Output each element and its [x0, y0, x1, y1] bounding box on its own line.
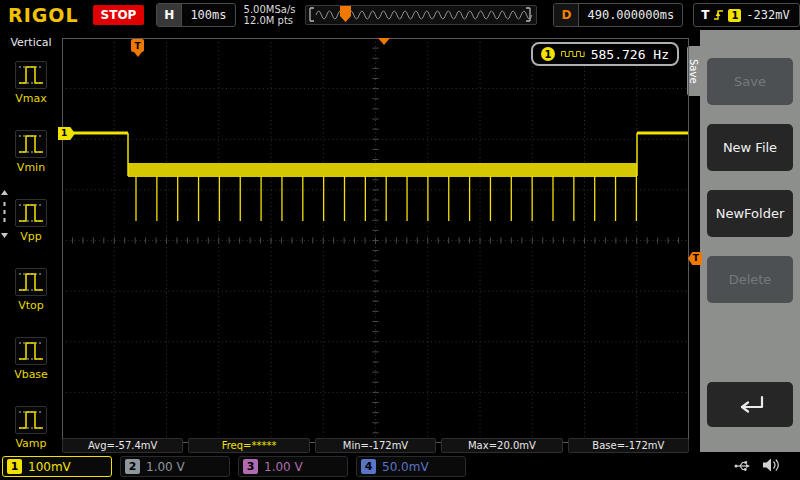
channel-2-badge: 2 — [125, 459, 140, 474]
trigger-source-badge: 1 — [728, 9, 741, 22]
horizontal-timebase-box: H 100ms — [156, 3, 235, 27]
waveform-display: T 1 T 1 585.726 Hz Avg=-57.4mV Freq=****… — [62, 38, 689, 443]
menu-item-label: Vtop — [18, 299, 44, 312]
vbase-icon — [15, 337, 47, 365]
channel-1-status: 1 100mV — [2, 456, 112, 477]
measurement-freq: Freq=***** — [188, 438, 309, 453]
channel-1-waveform — [62, 38, 689, 443]
display-center-marker — [378, 38, 390, 45]
menu-item-label: Vpp — [20, 230, 42, 243]
channel-3-badge: 3 — [243, 459, 258, 474]
trigger-box: T 1 -232mV — [693, 3, 800, 27]
return-arrow-icon — [730, 393, 770, 417]
menu-item-label: Vbase — [14, 368, 48, 381]
save-menu-panel: Save Save New File NewFolder Delete — [700, 30, 800, 452]
menu-item-vtop[interactable]: Vtop — [0, 263, 62, 332]
usb-icon — [733, 457, 751, 475]
measurement-base: Base=-172mV — [568, 438, 689, 453]
channel-1-badge: 1 — [7, 459, 22, 474]
channel-4-status: 4 50.0mV — [356, 456, 466, 477]
trigger-position-marker: T — [131, 39, 144, 52]
memory-depth: 12.0M pts — [244, 15, 296, 26]
channel-4-badge: 4 — [361, 459, 376, 474]
return-button[interactable] — [707, 382, 793, 427]
measurement-avg: Avg=-57.4mV — [62, 438, 183, 453]
vmax-icon — [15, 61, 47, 89]
menu-item-vmax[interactable]: Vmax — [0, 56, 62, 125]
save-button[interactable]: Save — [707, 58, 793, 105]
acquisition-info: 5.00MSa/s 12.0M pts — [244, 4, 296, 26]
new-folder-button[interactable]: NewFolder — [707, 190, 793, 237]
trigger-level-marker: T — [688, 252, 702, 265]
menu-item-vpp[interactable]: Vpp — [0, 194, 62, 263]
menu-item-vmin[interactable]: Vmin — [0, 125, 62, 194]
channel-3-status: 3 1.00 V — [238, 456, 348, 477]
timebase-value: 100ms — [182, 8, 234, 22]
vmin-icon — [15, 130, 47, 158]
delay-value: 490.000000ms — [579, 8, 682, 22]
frequency-counter: 1 585.726 Hz — [531, 42, 679, 66]
channel-1-scale: 100mV — [28, 460, 71, 474]
menu-item-label: Vmin — [17, 161, 45, 174]
channel-3-scale: 1.00 V — [264, 460, 303, 474]
trigger-position-stem — [134, 52, 142, 57]
measurement-results-bar: Avg=-57.4mV Freq=***** Min=-172mV Max=20… — [62, 438, 689, 453]
measurement-min: Min=-172mV — [315, 438, 436, 453]
delay-box: D 490.000000ms — [553, 3, 683, 27]
rising-edge-icon — [713, 8, 725, 22]
vamp-icon — [15, 406, 47, 434]
menu-item-label: Vmax — [15, 92, 47, 105]
sample-rate: 5.00MSa/s — [244, 4, 296, 15]
trigger-level-value: -232mV — [744, 8, 791, 22]
channel-4-scale: 50.0mV — [382, 460, 429, 474]
measurement-max: Max=20.0mV — [441, 438, 562, 453]
vpp-icon — [15, 199, 47, 227]
channel-status-bar: 1 100mV 2 1.00 V 3 1.00 V 4 50.0mV — [0, 452, 800, 480]
menu-scroll-indicator — [1, 190, 8, 238]
oscilloscope-screen: RIGOL STOP H 100ms 5.00MSa/s 12.0M pts D… — [0, 0, 800, 480]
menu-title: Vertical — [0, 30, 62, 56]
delete-button[interactable]: Delete — [707, 256, 793, 303]
memory-position-bar — [305, 5, 537, 25]
trigger-label: T — [701, 8, 709, 22]
new-file-button[interactable]: New File — [707, 124, 793, 171]
channel-2-status: 2 1.00 V — [120, 456, 230, 477]
rigol-logo: RIGOL — [8, 4, 79, 26]
menu-item-label: Vamp — [15, 437, 46, 450]
memory-waveform-preview — [306, 6, 534, 24]
counter-source-badge: 1 — [541, 47, 555, 61]
run-state-badge: STOP — [93, 5, 145, 25]
vertical-measure-menu: Vertical Vmax Vmin Vpp Vtop — [0, 30, 62, 452]
delay-label: D — [554, 4, 579, 26]
speaker-icon — [762, 457, 780, 473]
square-wave-icon — [561, 48, 585, 60]
channel-2-scale: 1.00 V — [146, 460, 185, 474]
menu-item-vbase[interactable]: Vbase — [0, 332, 62, 401]
top-status-bar: RIGOL STOP H 100ms 5.00MSa/s 12.0M pts D… — [0, 0, 800, 30]
horizontal-label: H — [157, 4, 182, 26]
vtop-icon — [15, 268, 47, 296]
counter-value: 585.726 Hz — [591, 47, 669, 62]
